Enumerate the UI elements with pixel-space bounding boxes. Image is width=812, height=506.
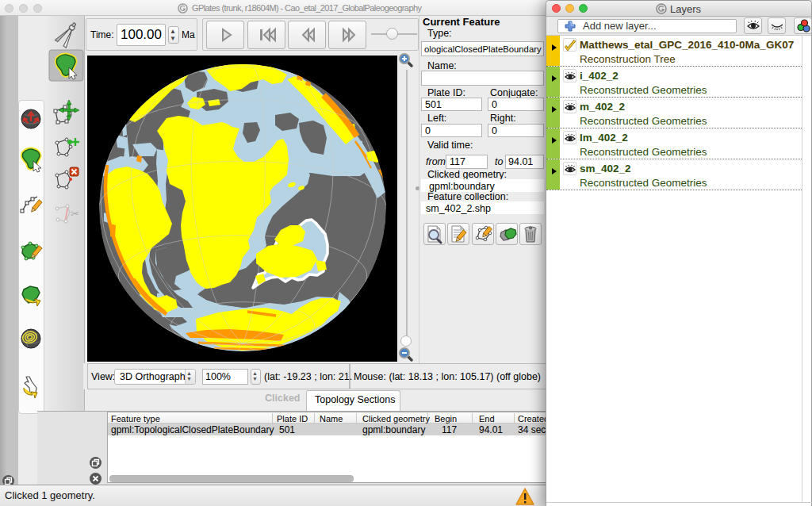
svg-text:✂: ✂ [71, 208, 79, 220]
